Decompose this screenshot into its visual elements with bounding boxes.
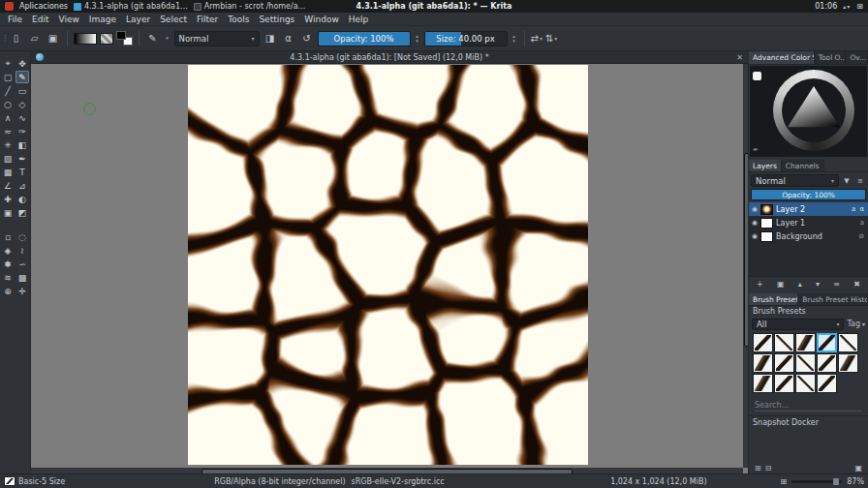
panel-indicator-icons[interactable]: ▴▾ (843, 3, 851, 10)
current-color-swatch[interactable] (753, 72, 761, 80)
dock-tab-layers[interactable]: Layers (749, 160, 782, 171)
taskbar-item-terminal[interactable]: Armbian - scrot /home/a... (194, 2, 306, 11)
brush-preset[interactable] (774, 333, 794, 352)
tool-multibrush[interactable]: ✳ (1, 138, 15, 151)
canvas-horizontal-scrollbar[interactable] (31, 468, 743, 473)
brush-preset[interactable] (795, 374, 816, 393)
tool-colorize-mask[interactable]: ◐ (16, 193, 29, 205)
distro-logo-icon[interactable] (5, 2, 14, 11)
menu-image[interactable]: Image (84, 15, 121, 24)
menu-settings[interactable]: Settings (254, 15, 299, 24)
pattern-chooser[interactable] (100, 33, 113, 45)
tool-select-magnetic[interactable]: ≋ (1, 271, 15, 284)
menu-select[interactable]: Select (155, 15, 192, 24)
brush-size-slider[interactable]: Size: 40.00 px (424, 31, 508, 46)
visibility-eye-icon[interactable]: ◉ (752, 219, 758, 227)
dock-tab-tool-options[interactable]: Tool O... (815, 51, 847, 64)
zoom-slider[interactable] (791, 480, 842, 483)
menu-view[interactable]: View (54, 15, 84, 24)
tool-polygon[interactable]: ◇ (16, 98, 29, 110)
menu-layer[interactable]: Layer (121, 15, 155, 24)
brush-preset[interactable] (795, 333, 816, 352)
tool-freehand-brush[interactable]: ✎ (16, 71, 29, 83)
brush-editor-caret-icon[interactable]: ▾ (164, 36, 171, 41)
tool-crop[interactable]: ▢ (1, 71, 15, 83)
clock[interactable]: 01:06 (815, 2, 837, 11)
eraser-mode-icon[interactable]: ◨ (263, 31, 278, 46)
tool-reference-images[interactable]: ▣ (1, 206, 15, 219)
color-profile-label[interactable]: sRGB-elle-V2-srgbtrc.icc (352, 477, 445, 486)
visibility-eye-icon[interactable]: ◉ (752, 205, 758, 213)
layer-row-background[interactable]: ◉ Background ⊘ (749, 229, 868, 243)
menu-tools[interactable]: Tools (223, 15, 254, 24)
tool-rectangle[interactable]: ▭ (16, 84, 29, 97)
tool-select-rectangular[interactable]: ▫ (1, 230, 15, 243)
canvas-grid-icon[interactable]: ⊞ (781, 477, 788, 486)
tool-select-polygonal[interactable]: ◈ (1, 244, 15, 257)
tag-menu[interactable]: Tag ▾ (847, 320, 865, 328)
foreground-background-colors[interactable] (116, 31, 133, 46)
snapshot-new-icon[interactable]: ⊞ (755, 464, 761, 473)
lock-icon[interactable]: ⊘ (858, 232, 865, 240)
opacity-spinner[interactable]: ▴▾ (414, 34, 421, 44)
tool-dynamic-brush[interactable]: ✑ (16, 125, 29, 137)
canvas-vertical-scrollbar[interactable] (743, 64, 748, 468)
layer-view-options-icon[interactable]: ≡ (854, 175, 866, 187)
brush-preset[interactable] (817, 374, 837, 393)
gradient-chooser[interactable] (74, 33, 97, 45)
workspace-grid-icon[interactable]: ⊞ (856, 2, 863, 11)
toolbar-drag-handle[interactable]: ⁞ (4, 34, 6, 43)
tool-gradient[interactable]: ▧ (1, 152, 15, 165)
menu-edit[interactable]: Edit (27, 15, 53, 24)
brush-preset[interactable] (838, 333, 858, 352)
new-document-icon[interactable]: ▯ (9, 31, 24, 46)
add-layer-icon[interactable]: + (757, 280, 763, 289)
tool-polyline[interactable]: ∧ (1, 111, 15, 124)
dock-tab-brush-preset-history[interactable]: Brush Preset History (798, 293, 868, 305)
opacity-slider[interactable]: Opacity: 100% (318, 31, 411, 46)
brush-preset[interactable] (774, 353, 794, 373)
tool-pan[interactable]: ✛ (16, 285, 29, 297)
save-icon[interactable]: ▣ (46, 31, 61, 46)
brush-preset[interactable] (753, 353, 773, 373)
colorspace-label[interactable]: RGB/Alpha (8-bit integer/channel) (214, 477, 345, 486)
layer-row-layer-1[interactable]: ◉ Layer 1 a (749, 216, 868, 229)
current-brush-chip[interactable]: Basic-5 Size (4, 476, 65, 486)
move-layer-up-icon[interactable]: ▴ (798, 280, 802, 289)
preset-tag-filter-select[interactable]: All ▾ (752, 319, 844, 330)
tool-freehand-path[interactable]: ≈ (1, 125, 15, 137)
mirror-vertical-icon[interactable]: ⇅▾ (545, 33, 557, 44)
dock-tab-brush-presets[interactable]: Brush Presets (749, 293, 798, 305)
layer-blending-mode-select[interactable]: Normal ▾ (751, 174, 839, 187)
tool-text[interactable]: T (16, 166, 29, 178)
blending-mode-select[interactable]: Normal ▾ (174, 31, 260, 46)
canvas-image[interactable] (188, 65, 588, 465)
preset-search-input[interactable] (755, 399, 862, 412)
layer-row-layer-2[interactable]: ◉ Layer 2 a α (749, 202, 868, 216)
dock-tab-advanced-color-selector[interactable]: Advanced Color S... (749, 51, 815, 64)
brush-preset[interactable] (753, 333, 773, 352)
brush-size-spinner[interactable]: ▴▾ (511, 34, 518, 44)
advanced-color-selector[interactable]: ✒ (750, 66, 867, 157)
docker-options-icon[interactable]: ▣ (854, 464, 862, 473)
tool-select-elliptical[interactable]: ◌ (16, 230, 29, 243)
brush-editor-icon[interactable]: ✎ (145, 31, 161, 46)
color-wheel[interactable] (773, 70, 854, 151)
delete-layer-icon[interactable]: ✖ (853, 280, 860, 289)
tool-line[interactable]: ╱ (1, 84, 15, 97)
alpha-lock-icon[interactable]: α (859, 205, 865, 213)
zoom-percentage[interactable]: 87% (847, 477, 864, 486)
tool-select-opaque[interactable]: ▩ (16, 271, 29, 284)
brush-preset[interactable] (817, 353, 837, 373)
tool-assistants[interactable]: ⊿ (16, 179, 29, 192)
tool-fill[interactable]: ◧ (16, 138, 29, 151)
tab-close-icon[interactable]: ✕ (736, 53, 743, 62)
mirror-horizontal-icon[interactable]: ⇄▾ (531, 33, 542, 44)
layer-opacity-slider[interactable]: Opacity: 100% (751, 189, 866, 200)
menu-window[interactable]: Window (299, 15, 344, 24)
brush-preset[interactable] (795, 353, 816, 373)
tool-color-sampler[interactable]: ✒ (16, 152, 29, 165)
alpha-inherit-icon[interactable]: a (852, 205, 856, 213)
tool-measure[interactable]: ∠ (1, 179, 15, 192)
menu-filter[interactable]: Filter (192, 15, 223, 24)
